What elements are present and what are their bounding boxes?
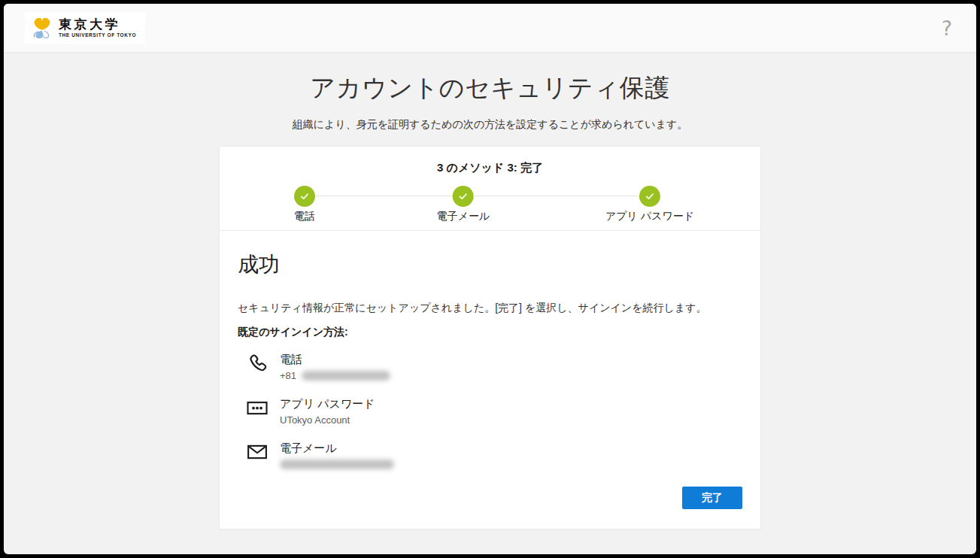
wizard-step-phone: 電話 [294, 186, 315, 223]
phone-icon [245, 351, 269, 375]
utokyo-logo-text: 東京大学 THE UNIVERSITY OF TOKYO [59, 18, 136, 38]
done-button[interactable]: 完了 [682, 487, 742, 509]
page-subtitle: 組織により、身元を証明するための次の方法を設定することが求められています。 [4, 118, 976, 132]
page-title: アカウントのセキュリティ保護 [4, 71, 976, 105]
security-setup-card: 3 のメソッド 3: 完了 電話 [219, 146, 761, 529]
app-password-icon [245, 396, 269, 420]
list-item-phone: 電話 +81 [245, 351, 742, 384]
method-detail-phone: +81 [280, 369, 390, 383]
utokyo-logo-title: 東京大学 [59, 18, 136, 31]
help-icon[interactable]: ? [942, 18, 952, 38]
method-label: アプリ パスワード [280, 397, 375, 410]
step-label: 電話 [294, 210, 315, 223]
success-panel: 成功 セキュリティ情報が正常にセットアップされました。[完了] を選択し、サイン… [220, 231, 760, 529]
utokyo-ginkgo-icon [29, 15, 55, 41]
method-label: 電子メール [280, 441, 337, 454]
step-connector [316, 196, 453, 196]
wizard-step-email: 電子メール [437, 186, 490, 223]
step-label: アプリ パスワード [605, 210, 694, 223]
screenshot-frame: 東京大学 THE UNIVERSITY OF TOKYO ? アカウントのセキュ… [0, 0, 980, 558]
method-label: 電話 [280, 353, 302, 365]
email-icon [245, 440, 269, 464]
default-signin-label: 既定のサインイン方法: [238, 326, 742, 339]
method-detail-account: UTokyo Account [280, 414, 375, 427]
step-label: 電子メール [437, 210, 490, 223]
check-circle-icon [294, 186, 315, 207]
utokyo-logo[interactable]: 東京大学 THE UNIVERSITY OF TOKYO [25, 12, 145, 44]
list-item-app-password: アプリ パスワード UTokyo Account [245, 396, 742, 429]
method-detail-email [280, 458, 394, 469]
redacted-email-address [280, 459, 394, 469]
top-bar: 東京大学 THE UNIVERSITY OF TOKYO ? [4, 4, 976, 52]
check-circle-icon [453, 186, 474, 207]
main-content: アカウントのセキュリティ保護 組織により、身元を証明するための次の方法を設定する… [4, 52, 976, 554]
success-message: セキュリティ情報が正常にセットアップされました。[完了] を選択し、サインインを… [238, 300, 742, 316]
browser-viewport: 東京大学 THE UNIVERSITY OF TOKYO ? アカウントのセキュ… [4, 4, 976, 554]
signin-methods-list: 電話 +81 [238, 351, 742, 473]
phone-country-code: +81 [280, 369, 296, 383]
check-circle-icon [639, 186, 660, 207]
wizard-steps: 電話 電子メール アプリ パスワード [220, 186, 760, 231]
wizard-progress-label: 3 のメソッド 3: 完了 [220, 147, 760, 175]
card-actions: 完了 [238, 487, 742, 509]
list-item-email: 電子メール [245, 440, 742, 473]
utokyo-logo-subtitle: THE UNIVERSITY OF TOKYO [59, 33, 136, 38]
success-heading: 成功 [238, 250, 742, 279]
wizard-step-app-password: アプリ パスワード [605, 186, 694, 223]
redacted-phone-number [302, 371, 390, 381]
wizard-progress: 3 のメソッド 3: 完了 電話 [220, 147, 760, 231]
